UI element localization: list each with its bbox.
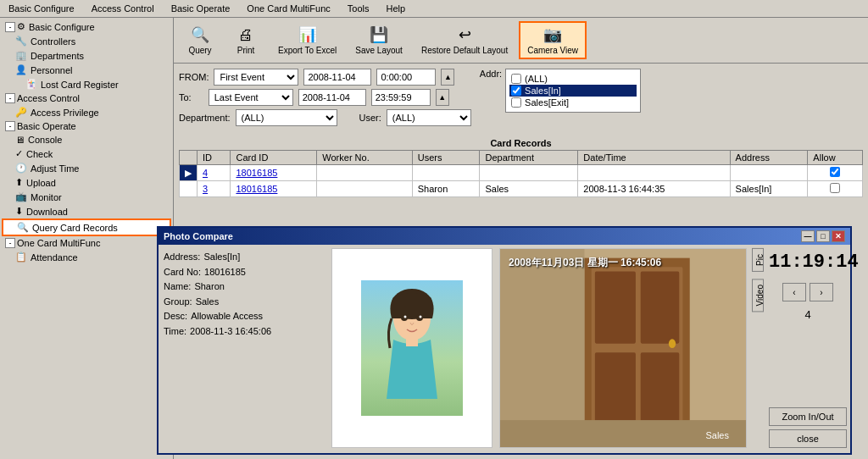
sidebar-item-query-card-records[interactable]: 🔍 Query Card Records	[2, 218, 171, 236]
close-button[interactable]: close	[769, 429, 847, 448]
zoom-button[interactable]: Zoom In/Out	[769, 407, 847, 426]
sidebar-label-upload: Upload	[26, 178, 56, 188]
sidebar-label-monitor: Monitor	[31, 192, 62, 202]
menu-bar: Basic Configure Access Control Basic Ope…	[0, 0, 868, 18]
sidebar-item-download[interactable]: ⬇ Download	[2, 204, 171, 218]
sidebar-label-basic-operate: Basic Operate	[17, 121, 76, 131]
sidebar-item-console[interactable]: 🖥 Console	[2, 133, 171, 147]
table-row[interactable]: 3 18016185 Sharon Sales 2008-11-3 16:44:…	[180, 181, 863, 197]
menu-tools[interactable]: Tools	[342, 2, 375, 15]
time-from-input[interactable]	[376, 69, 436, 86]
addr-item-sales-in[interactable]: Sales[In]	[509, 85, 637, 97]
sidebar-item-controllers[interactable]: 🔧 Controllers	[2, 34, 171, 48]
menu-access-control[interactable]: Access Control	[86, 2, 159, 15]
window-controls: — □ ✕	[801, 230, 845, 242]
sidebar-item-monitor[interactable]: 📺 Monitor	[2, 190, 171, 204]
addr-checkbox-sales-exit[interactable]	[511, 97, 521, 108]
user-select[interactable]: (ALL)	[387, 109, 471, 126]
info-group-label: Group:	[164, 295, 192, 310]
svg-point-16	[669, 339, 676, 348]
toggle-access-control[interactable]: -	[5, 93, 15, 103]
next-button[interactable]: ›	[810, 283, 833, 301]
toolbar-export-button[interactable]: 📊 Export To Excel	[270, 22, 344, 58]
svg-point-6	[404, 316, 407, 318]
toolbar-query-label: Query	[188, 46, 211, 55]
allow-checkbox-0[interactable]	[830, 167, 840, 177]
time-to-spin[interactable]: ▲	[436, 89, 449, 106]
window-title: Photo Compare	[164, 231, 233, 241]
sidebar-section-basic-configure[interactable]: - ⚙ Basic Configure	[2, 19, 171, 34]
sidebar-section-basic-operate[interactable]: - Basic Operate	[2, 119, 171, 133]
person-photo	[361, 280, 463, 416]
time-display: 11:19:14	[765, 245, 850, 279]
info-name-label: Name:	[164, 279, 191, 295]
row-department: Sales	[480, 165, 578, 181]
addr-item-sales-exit[interactable]: Sales[Exit]	[509, 97, 637, 108]
vtab-video[interactable]: Video	[752, 279, 764, 312]
row-worker-no	[317, 181, 412, 197]
sidebar-item-access-privilege[interactable]: 🔑 Access Privilege	[2, 105, 171, 119]
toolbar-camera-view-button[interactable]: 📷 Camera View	[519, 21, 587, 59]
info-time-row: Time: 2008-11-3 16:45:06	[164, 324, 323, 340]
addr-label-sales-in: Sales[In]	[525, 86, 561, 96]
time-from-spin-up[interactable]: ▲	[441, 69, 454, 86]
row-id: 4	[198, 165, 231, 181]
toolbar-print-button[interactable]: 🖨 Print	[225, 23, 267, 58]
table-row[interactable]: ▶ 4 18016185 Sharon Sales 2008-11-3 16:4…	[180, 165, 863, 181]
window-minimize-button[interactable]: —	[801, 230, 815, 242]
addr-checkbox-all[interactable]	[511, 74, 521, 84]
menu-basic-configure[interactable]: Basic Configure	[3, 2, 80, 15]
sidebar-item-personnel[interactable]: 👤 Personnel	[2, 63, 171, 77]
sidebar-label-query-card-records: Query Card Records	[32, 223, 118, 233]
to-select[interactable]: Last Event Custom	[209, 89, 293, 106]
info-group-value: Sales	[196, 295, 220, 310]
sidebar-item-departments[interactable]: 🏢 Departments	[2, 48, 171, 63]
sidebar-label-one-card: One Card MultiFunc	[17, 238, 100, 248]
date-to-input[interactable]	[298, 89, 366, 106]
toggle-basic-operate[interactable]: -	[5, 121, 15, 131]
info-desc-label: Desc:	[164, 309, 187, 324]
sidebar-item-check[interactable]: ✓ Check	[2, 147, 171, 161]
toggle-one-card[interactable]: -	[5, 238, 15, 248]
camera-icon: 📷	[543, 25, 562, 44]
col-indicator	[180, 151, 198, 165]
row-users: Sharon	[412, 165, 480, 181]
vtab-pic[interactable]: Pic	[752, 248, 764, 272]
toolbar-save-layout-button[interactable]: 💾 Save Layout	[348, 22, 410, 58]
addr-checkbox-sales-in[interactable]	[511, 86, 521, 96]
toolbar-restore-button[interactable]: ↩ Restore Default Layout	[414, 22, 515, 58]
allow-checkbox-1[interactable]	[830, 183, 840, 193]
sidebar-label-personnel: Personnel	[31, 65, 73, 75]
toolbar-print-label: Print	[237, 46, 255, 55]
toolbar-query-button[interactable]: 🔍 Query	[179, 22, 221, 58]
sidebar-item-attendance[interactable]: 📋 Attendance	[2, 250, 171, 264]
sidebar: - ⚙ Basic Configure 🔧 Controllers 🏢 Depa…	[0, 18, 174, 459]
menu-basic-operate[interactable]: Basic Operate	[166, 2, 236, 15]
toggle-basic-configure[interactable]: -	[5, 22, 15, 32]
info-name-row: Name: Sharon	[164, 279, 323, 295]
sidebar-item-adjust-time[interactable]: 🕐 Adjust Time	[2, 161, 171, 175]
sidebar-label-attendance: Attendance	[31, 252, 78, 263]
sidebar-item-upload[interactable]: ⬆ Upload	[2, 175, 171, 190]
window-maximize-button[interactable]: □	[816, 230, 830, 242]
addr-label: Addr:	[480, 69, 502, 79]
addr-label-all: (ALL)	[525, 74, 548, 84]
sidebar-label-adjust-time: Adjust Time	[31, 163, 79, 174]
svg-rect-15	[641, 352, 680, 424]
date-from-input[interactable]	[303, 69, 371, 86]
menu-help[interactable]: Help	[381, 2, 410, 15]
sidebar-section-one-card[interactable]: - One Card MultiFunc	[2, 236, 171, 250]
window-close-button[interactable]: ✕	[832, 230, 845, 242]
query-icon: 🔍	[191, 25, 209, 44]
from-select[interactable]: First Event Custom	[214, 69, 298, 86]
sidebar-section-access-control[interactable]: - Access Control	[2, 91, 171, 105]
sidebar-item-lost-card[interactable]: 🃏 Lost Card Register	[2, 77, 171, 91]
time-to-input[interactable]	[371, 89, 431, 106]
user-label: User:	[359, 113, 381, 123]
menu-one-card-multifunc[interactable]: One Card MultiFunc	[242, 2, 335, 15]
department-select[interactable]: (ALL)	[236, 109, 337, 126]
sidebar-label-access-privilege: Access Privilege	[31, 108, 99, 118]
col-department: Department	[480, 151, 578, 165]
prev-button[interactable]: ‹	[782, 283, 806, 301]
addr-item-all[interactable]: (ALL)	[509, 73, 637, 85]
